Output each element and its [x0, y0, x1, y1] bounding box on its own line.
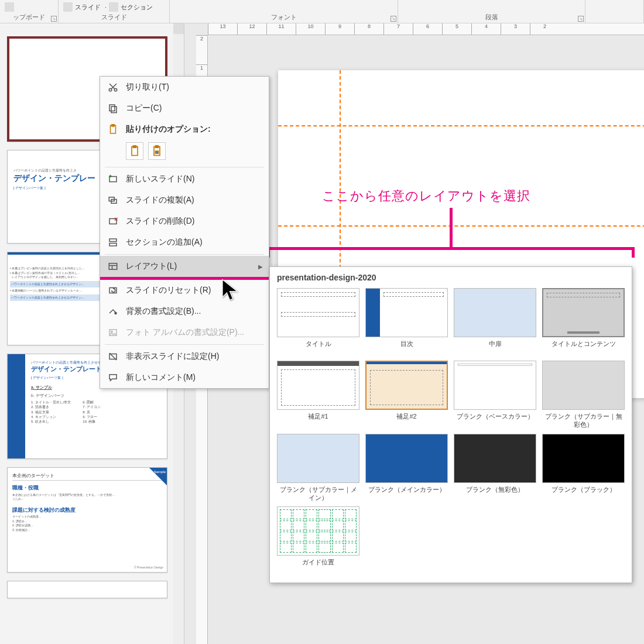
- menu-delete-slide[interactable]: スライドの削除(D): [100, 211, 269, 232]
- layout-option[interactable]: ブランク（サブカラー｜メイン）: [277, 434, 359, 502]
- layout-option[interactable]: ブランク（無彩色）: [454, 434, 536, 502]
- menu-new-slide[interactable]: 新しいスライド(N): [100, 169, 269, 190]
- svg-rect-17: [109, 263, 117, 270]
- svg-rect-2: [109, 105, 115, 111]
- layout-option[interactable]: タイトル: [277, 288, 359, 356]
- dialog-launcher-icon[interactable]: ↘: [390, 16, 396, 22]
- layout-option[interactable]: 中扉: [454, 288, 536, 356]
- menu-cut[interactable]: 切り取り(T): [100, 77, 269, 98]
- copy-icon: [107, 102, 119, 114]
- background-format-icon: [107, 306, 119, 317]
- paste-option-keep-formatting[interactable]: [126, 142, 143, 160]
- layout-option[interactable]: ブランク（ベースカラー）: [454, 361, 536, 429]
- comment-icon: [107, 372, 119, 383]
- paste-options-row: [100, 140, 269, 166]
- svg-rect-7: [133, 146, 136, 148]
- layout-option[interactable]: 補足#1: [277, 361, 359, 429]
- ribbon-label-paragraph: 段落: [403, 13, 580, 22]
- layout-option-label: ブランク（ブラック）: [542, 485, 625, 502]
- ribbon-group-font: フォント ↘: [170, 0, 398, 23]
- layout-option-label: タイトル: [277, 340, 359, 356]
- menu-reset-slide[interactable]: スライドのリセット(R): [100, 280, 269, 301]
- section-icon: [107, 237, 119, 248]
- slide-thumbnail-6[interactable]: [7, 581, 167, 598]
- ribbon-label-slides: スライド: [63, 13, 165, 22]
- layout-option[interactable]: タイトルとコンテンツ: [542, 288, 625, 356]
- ribbon-group-extra: [585, 0, 644, 23]
- layout-option[interactable]: ガイド位置: [277, 506, 359, 574]
- horizontal-ruler: 1312111098765432: [208, 23, 644, 35]
- layout-option[interactable]: ブランク（ブラック）: [542, 434, 625, 502]
- menu-paste-options: 貼り付けのオプション:: [100, 119, 269, 140]
- svg-rect-3: [111, 107, 117, 113]
- layout-option-label: ブランク（無彩色）: [454, 485, 536, 502]
- svg-rect-10: [156, 151, 159, 153]
- layout-option-label: ブランク（メインカラー）: [365, 485, 448, 502]
- guide-line[interactable]: [278, 225, 644, 227]
- guide-line[interactable]: [278, 125, 644, 126]
- layout-option-label: ガイド位置: [277, 558, 359, 574]
- annotation-line: [450, 208, 453, 249]
- svg-point-23: [111, 331, 112, 333]
- svg-rect-15: [109, 239, 117, 242]
- ribbon-group-clipboard: ップボード ↘: [0, 0, 59, 23]
- annotation-bracket: [267, 247, 635, 258]
- paste-option-picture[interactable]: [148, 142, 166, 160]
- svg-point-21: [115, 313, 117, 314]
- cut-icon: [107, 81, 119, 93]
- ribbon-label-clipboard: ップボード: [5, 13, 53, 22]
- context-menu: 切り取り(T) コピー(C) 貼り付けのオプション: 新しいスライド(N) スラ…: [100, 76, 269, 389]
- layout-option-label: 中扉: [454, 340, 536, 356]
- duplicate-icon: [107, 194, 119, 206]
- section-dropdown[interactable]: セクション: [121, 3, 153, 12]
- photo-album-icon: [107, 327, 119, 338]
- slides-dropdown[interactable]: スライド: [75, 3, 101, 12]
- mouse-cursor-icon: [220, 278, 243, 303]
- layout-option-label: 補足#1: [277, 412, 359, 429]
- paste-icon[interactable]: [5, 2, 14, 12]
- thumb-title: 本企画のターゲット: [12, 472, 162, 479]
- ribbon-group-paragraph: 段落 ↘: [398, 0, 585, 23]
- layout-option[interactable]: 補足#2: [365, 361, 448, 429]
- layout-option[interactable]: 目次: [365, 288, 448, 356]
- submenu-arrow-icon: ▶: [258, 263, 263, 270]
- layout-flyout: presentation-design-2020 タイトル目次中扉タイトルとコン…: [269, 266, 632, 583]
- layout-option-label: ブランク（ベースカラー）: [454, 412, 536, 429]
- paste-icon: [107, 124, 119, 135]
- layout-option[interactable]: ブランク（メインカラー）: [365, 434, 448, 502]
- layout-option-label: ブランク（サブカラー｜メイン）: [277, 485, 359, 502]
- hide-slide-icon: [107, 351, 119, 362]
- menu-layout[interactable]: レイアウト(L) ▶: [100, 256, 269, 277]
- layout-option[interactable]: ブランク（サブカラー｜無彩色）: [542, 361, 625, 429]
- annotation-text: ここから任意のレイアウトを選択: [322, 187, 530, 205]
- new-slide-icon: [107, 173, 119, 185]
- svg-rect-9: [156, 146, 159, 148]
- section-icon[interactable]: [109, 2, 118, 12]
- new-slide-icon[interactable]: [63, 2, 73, 12]
- menu-copy[interactable]: コピー(C): [100, 98, 269, 119]
- ribbon-label-font: フォント: [174, 13, 393, 22]
- svg-rect-5: [112, 125, 115, 126]
- svg-rect-16: [109, 244, 117, 246]
- menu-background-format[interactable]: 背景の書式設定(B)...: [100, 301, 269, 322]
- ribbon: ップボード ↘ スライド · セクション スライド フォント ↘ 段落 ↘: [0, 0, 644, 23]
- dialog-launcher-icon[interactable]: ↘: [578, 16, 584, 22]
- layout-icon: [107, 261, 119, 272]
- layout-option-label: ブランク（サブカラー｜無彩色）: [542, 412, 625, 429]
- delete-slide-icon: [107, 215, 119, 227]
- menu-duplicate-slide[interactable]: スライドの複製(A): [100, 190, 269, 211]
- slide-thumbnail-5[interactable]: Sample 本企画のターゲット 職種・役職 本企画における真のターゲットは「営…: [7, 467, 167, 573]
- menu-new-comment[interactable]: 新しいコメント(M): [100, 367, 269, 388]
- layout-option-label: タイトルとコンテンツ: [542, 340, 625, 356]
- layout-grid: タイトル目次中扉タイトルとコンテンツ補足#1補足#2ブランク（ベースカラー）ブラ…: [277, 288, 625, 574]
- menu-hide-slide[interactable]: 非表示スライドに設定(H): [100, 346, 269, 367]
- scroll-up-icon[interactable]: [173, 23, 184, 34]
- ribbon-group-slides: スライド · セクション スライド: [59, 0, 170, 23]
- menu-add-section[interactable]: セクションの追加(A): [100, 232, 269, 253]
- layout-option-label: 目次: [365, 340, 448, 356]
- flyout-title: presentation-design-2020: [277, 273, 625, 282]
- layout-option-label: 補足#2: [365, 412, 448, 429]
- reset-icon: [107, 285, 119, 296]
- menu-photo-album: フォト アルバムの書式設定(P)...: [100, 322, 269, 343]
- dialog-launcher-icon[interactable]: ↘: [51, 16, 57, 22]
